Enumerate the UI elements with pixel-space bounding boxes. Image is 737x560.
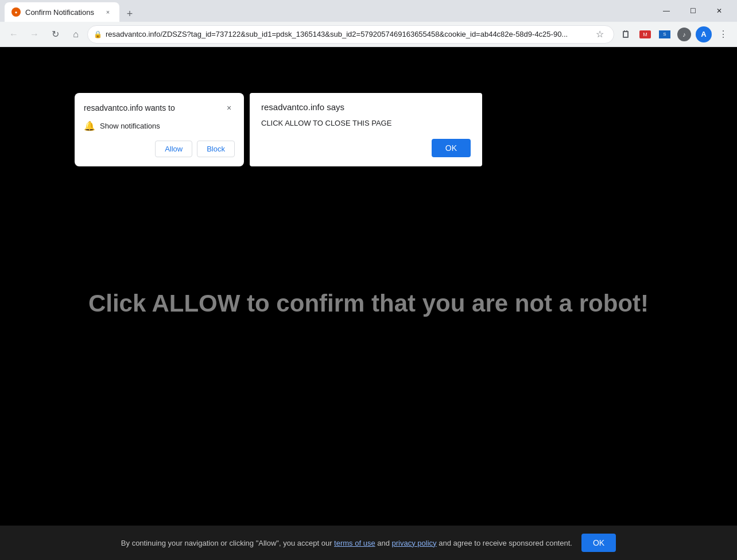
- site-dialog-header: resadvantco.info says: [261, 102, 471, 112]
- menu-button[interactable]: ⋮: [714, 25, 732, 44]
- close-button[interactable]: ✕: [706, 2, 732, 20]
- window-controls: — ☐ ✕: [653, 2, 737, 20]
- tab-close-button[interactable]: ×: [103, 7, 113, 17]
- forward-button[interactable]: →: [25, 25, 44, 44]
- browser-frame: ● Confirm Notifications × + — ☐ ✕ ← → ↻ …: [0, 0, 737, 560]
- bookmark-button[interactable]: ☆: [592, 26, 608, 42]
- extensions-button[interactable]: [616, 25, 635, 44]
- notif-close-button[interactable]: ×: [223, 102, 235, 114]
- web-content: Click ALLOW to confirm that you are not …: [0, 47, 737, 560]
- svg-text:●: ●: [15, 10, 18, 15]
- screen-extension-button[interactable]: S: [655, 25, 674, 44]
- tab-favicon: ●: [11, 7, 21, 17]
- allow-button[interactable]: Allow: [155, 141, 192, 157]
- new-tab-button[interactable]: +: [122, 6, 138, 22]
- consent-text-middle: and: [375, 539, 392, 547]
- block-button[interactable]: Block: [197, 141, 235, 157]
- site-dialog: resadvantco.info says CLICK ALLOW TO CLO…: [250, 93, 482, 166]
- site-dialog-footer: OK: [261, 139, 471, 157]
- terms-of-use-link[interactable]: terms of use: [334, 539, 375, 547]
- consent-text-after: and agree to receive sponsored content.: [437, 539, 572, 547]
- email-ext-icon: M: [639, 30, 651, 38]
- address-bar[interactable]: 🔒 resadvantco.info/ZDSZS?tag_id=737122&s…: [87, 25, 614, 44]
- active-tab[interactable]: ● Confirm Notifications ×: [5, 2, 119, 22]
- maximize-button[interactable]: ☐: [680, 2, 706, 20]
- profile-button[interactable]: A: [695, 25, 713, 44]
- site-dialog-body: CLICK ALLOW TO CLOSE THIS PAGE: [261, 119, 471, 127]
- bell-icon: 🔔: [84, 120, 95, 131]
- page-main-text: Click ALLOW to confirm that you are not …: [88, 290, 649, 317]
- back-button[interactable]: ←: [5, 25, 23, 44]
- tab-strip: ● Confirm Notifications × +: [0, 0, 653, 22]
- privacy-policy-link[interactable]: privacy policy: [392, 539, 437, 547]
- tab-title: Confirm Notifications: [25, 8, 99, 17]
- toolbar-right: M S ♪ A ⋮: [616, 25, 732, 44]
- notif-dialog-title: resadvantco.info wants to: [84, 103, 175, 112]
- profile-avatar: A: [696, 26, 712, 42]
- screen-ext-icon: S: [659, 30, 670, 38]
- notif-permission-text: Show notifications: [100, 122, 160, 130]
- consent-ok-button[interactable]: OK: [581, 534, 616, 552]
- notif-dialog-header: resadvantco.info wants to ×: [84, 102, 235, 114]
- title-bar: ● Confirm Notifications × + — ☐ ✕: [0, 0, 737, 22]
- lock-icon: 🔒: [94, 30, 102, 38]
- consent-bar: By continuing your navigation or clickin…: [0, 526, 737, 560]
- music-ext-icon: ♪: [677, 28, 691, 41]
- notification-dialog: resadvantco.info wants to × 🔔 Show notif…: [75, 93, 244, 166]
- site-ok-button[interactable]: OK: [432, 139, 471, 157]
- music-extension-button[interactable]: ♪: [675, 25, 693, 44]
- consent-text: By continuing your navigation or clickin…: [121, 539, 572, 547]
- notif-permission-row: 🔔 Show notifications: [84, 120, 235, 131]
- url-text: resadvantco.info/ZDSZS?tag_id=737122&sub…: [106, 30, 588, 38]
- notif-buttons: Allow Block: [84, 141, 235, 157]
- minimize-button[interactable]: —: [653, 2, 680, 20]
- reload-button[interactable]: ↻: [46, 25, 64, 44]
- home-button[interactable]: ⌂: [67, 25, 85, 44]
- email-extension-button[interactable]: M: [636, 25, 654, 44]
- toolbar: ← → ↻ ⌂ 🔒 resadvantco.info/ZDSZS?tag_id=…: [0, 22, 737, 47]
- consent-text-before: By continuing your navigation or clickin…: [121, 539, 334, 547]
